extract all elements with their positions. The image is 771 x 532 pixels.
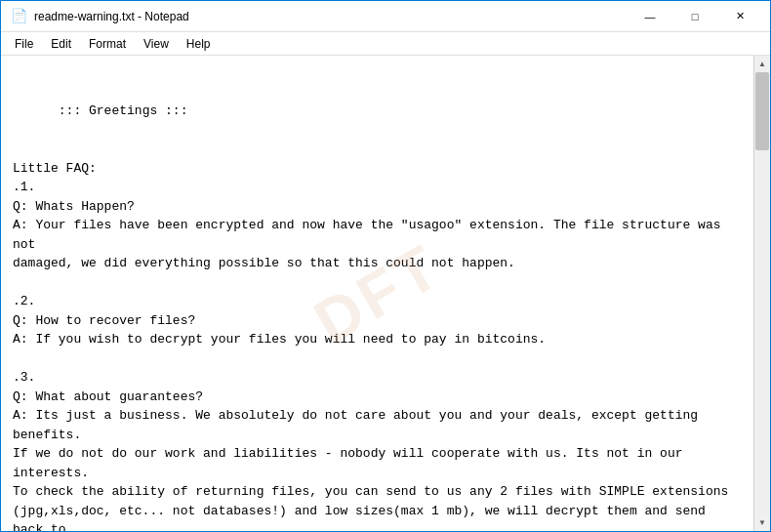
- title-bar: 📄 readme-warning.txt - Notepad — □ ✕: [1, 1, 770, 32]
- scroll-up-button[interactable]: ▲: [754, 56, 771, 72]
- scrollbar[interactable]: ▲ ▼: [753, 56, 770, 531]
- menu-file[interactable]: File: [7, 35, 41, 53]
- close-button[interactable]: ✕: [717, 2, 762, 31]
- app-icon: 📄: [11, 9, 26, 24]
- menu-help[interactable]: Help: [179, 35, 219, 53]
- scroll-down-button[interactable]: ▼: [754, 514, 771, 531]
- scrollbar-track[interactable]: [754, 72, 770, 514]
- window-title: readme-warning.txt - Notepad: [34, 10, 189, 23]
- notepad-window: 📄 readme-warning.txt - Notepad — □ ✕ Fil…: [0, 0, 771, 532]
- menu-format[interactable]: Format: [81, 35, 134, 53]
- minimize-button[interactable]: —: [628, 2, 672, 31]
- window-controls: — □ ✕: [628, 2, 762, 31]
- maximize-button[interactable]: □: [672, 2, 717, 31]
- text-area[interactable]: DFT ::: Greetings ::: Little FAQ: .1. Q:…: [1, 56, 753, 531]
- title-bar-left: 📄 readme-warning.txt - Notepad: [11, 9, 189, 24]
- menu-bar: File Edit Format View Help: [1, 32, 770, 56]
- scrollbar-thumb[interactable]: [755, 72, 769, 150]
- text-body: ::: Greetings ::: Little FAQ: .1. Q: Wha…: [13, 103, 736, 531]
- content-wrapper: DFT ::: Greetings ::: Little FAQ: .1. Q:…: [1, 56, 770, 531]
- menu-edit[interactable]: Edit: [43, 35, 79, 53]
- menu-view[interactable]: View: [136, 35, 177, 53]
